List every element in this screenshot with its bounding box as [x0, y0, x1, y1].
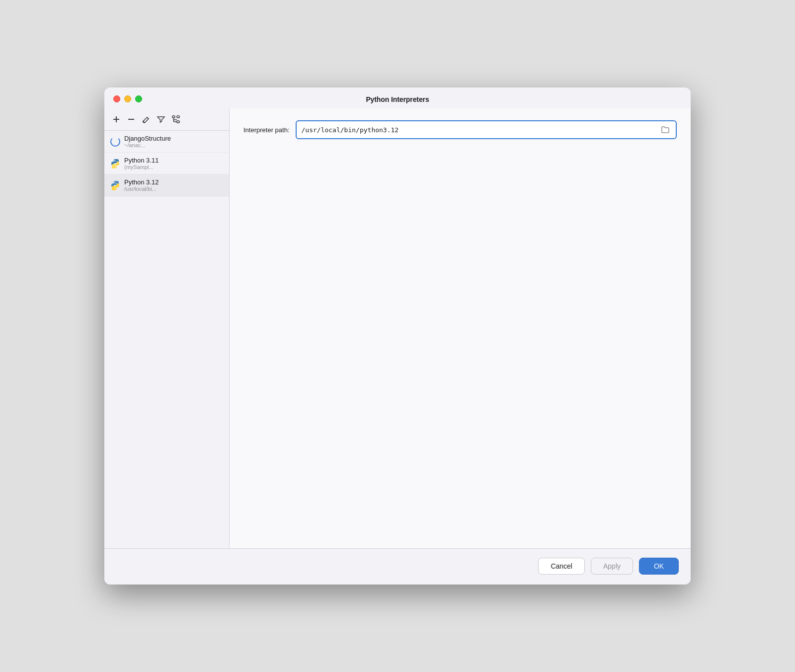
svg-rect-3 [172, 116, 175, 118]
sidebar-item-python311[interactable]: Python 3.11 (mySampl... [104, 153, 229, 174]
sidebar-item-text: Python 3.12 /usr/local/bi... [124, 178, 159, 192]
minimize-button[interactable] [124, 95, 131, 102]
browse-folder-button[interactable] [660, 124, 671, 135]
interpreter-input-wrapper [296, 120, 677, 139]
python-icon [110, 159, 120, 168]
remove-interpreter-button[interactable] [124, 112, 138, 126]
python-interpreters-dialog: Python Interpreters [104, 87, 691, 585]
add-interpreter-button[interactable] [109, 112, 123, 126]
minus-icon [127, 115, 135, 123]
interpreter-path-input[interactable] [302, 126, 660, 134]
dialog-title: Python Interpreters [366, 95, 429, 103]
sidebar-item-text: DjangoStructure ~/anac... [124, 135, 171, 148]
traffic-lights [113, 95, 142, 102]
right-panel: Interpreter path: [230, 108, 691, 548]
folder-icon [661, 125, 670, 134]
filter-button[interactable] [154, 112, 168, 126]
interpreter-path-short: (mySampl... [124, 164, 159, 170]
sidebar-item-django[interactable]: DjangoStructure ~/anac... [104, 131, 229, 153]
close-button[interactable] [113, 95, 120, 102]
edit-interpreter-button[interactable] [139, 112, 153, 126]
interpreter-name: Python 3.11 [124, 157, 159, 164]
plus-icon [112, 115, 120, 123]
interpreter-path-short: ~/anac... [124, 142, 171, 148]
interpreter-list: DjangoStructure ~/anac... [104, 131, 229, 548]
svg-rect-5 [177, 121, 179, 123]
sidebar-item-python312[interactable]: Python 3.12 /usr/local/bi... [104, 174, 229, 196]
interpreter-path-label: Interpreter path: [243, 126, 290, 134]
bottom-bar: Cancel Apply OK [104, 548, 691, 585]
tree-icon [172, 115, 180, 123]
cancel-button[interactable]: Cancel [538, 558, 585, 575]
sidebar-toolbar [104, 108, 229, 131]
apply-button[interactable]: Apply [591, 558, 633, 575]
python-icon [110, 180, 120, 190]
pencil-icon [142, 115, 150, 123]
conda-icon [110, 137, 120, 147]
sidebar: DjangoStructure ~/anac... [104, 108, 230, 548]
sidebar-item-text: Python 3.11 (mySampl... [124, 157, 159, 170]
interpreter-name: Python 3.12 [124, 178, 159, 186]
interpreter-path-short: /usr/local/bi... [124, 186, 159, 192]
right-content [243, 149, 677, 548]
interpreter-name: DjangoStructure [124, 135, 171, 142]
svg-rect-4 [177, 116, 179, 118]
maximize-button[interactable] [135, 95, 142, 102]
filter-icon [157, 115, 165, 123]
title-bar: Python Interpreters [104, 87, 691, 108]
ok-button[interactable]: OK [639, 558, 679, 575]
interpreter-path-row: Interpreter path: [243, 120, 677, 139]
content-area: DjangoStructure ~/anac... [104, 108, 691, 548]
tree-button[interactable] [169, 112, 183, 126]
